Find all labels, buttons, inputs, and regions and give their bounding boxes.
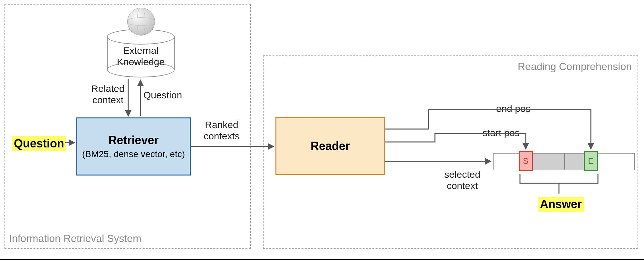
label-selected-context: selected context [440,169,485,191]
external-knowledge-cylinder: External Knowledge [107,29,175,77]
label-ranked-contexts: Ranked contexts [199,119,244,142]
label-end-pos: end pos [496,103,531,115]
panel-rc-label: Reading Comprehension [518,61,632,73]
panel-ir-label: Information Retrieval System [9,233,141,245]
label-related-context: Related context [89,83,127,105]
reader-title: Reader [311,139,350,153]
reader-box: Reader [275,117,385,175]
retriever-box: Retriever (BM25, dense vector, etc) [76,117,191,176]
label-question-up: Question [143,90,182,101]
question-highlight: Question [12,136,66,151]
bottom-rule [0,259,644,260]
ext-knowledge-l1: External [123,45,159,56]
label-start-pos: start pos [483,127,520,139]
context-bar-span [531,154,586,170]
ext-knowledge-l2: Knowledge [117,56,165,67]
retriever-subtitle: (BM25, dense vector, etc) [82,149,185,159]
token-start: S [519,151,533,171]
answer-highlight: Answer [538,197,584,212]
retriever-title: Retriever [108,134,159,147]
wikipedia-globe-icon [127,8,155,35]
token-end: E [584,151,598,171]
